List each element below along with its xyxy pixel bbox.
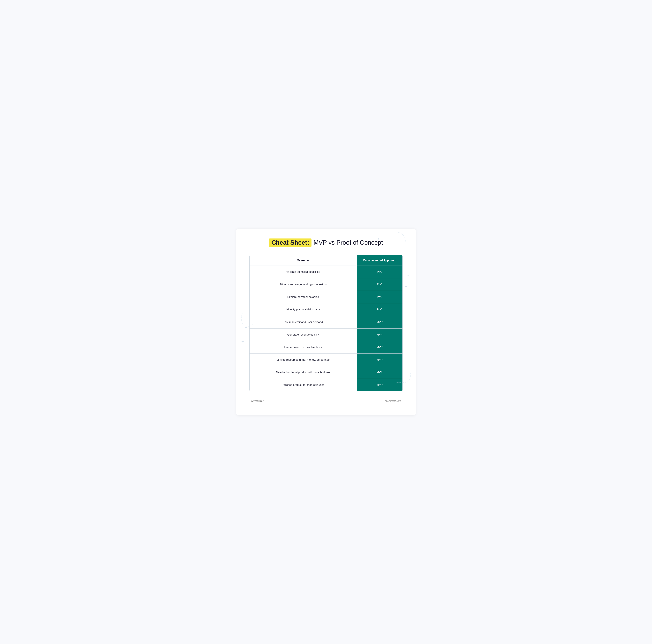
table-row: Iterate based on user feedback MVP <box>249 341 403 354</box>
scenario-cell: Identify potential risks early <box>249 303 357 316</box>
page-container: ✦ ✦ ✦ ✦ Cheat Sheet: MVP vs Proof of Con… <box>236 229 416 415</box>
table-row: Test market fit and user demand MVP <box>249 316 403 328</box>
approach-cell: PoC <box>357 278 403 291</box>
scenario-cell: Test market fit and user demand <box>249 316 357 328</box>
approach-cell: MVP <box>357 354 403 366</box>
footer: AnyforSoft anyforsoft.com <box>249 400 403 402</box>
scenario-cell: Attract seed stage funding or investors <box>249 278 357 291</box>
table-row: Validate technical feasibility PoC <box>249 265 403 278</box>
approach-cell: PoC <box>357 291 403 303</box>
approach-cell: MVP <box>357 341 403 354</box>
table-row: Identify potential risks early PoC <box>249 303 403 316</box>
footer-brand: AnyforSoft <box>251 400 265 402</box>
approach-cell: MVP <box>357 329 403 341</box>
deco-star-bot-right: ✦ <box>404 351 406 353</box>
page-title: Cheat Sheet: MVP vs Proof of Concept <box>269 238 383 247</box>
table-row: Generate revenue quickly MVP <box>249 328 403 341</box>
col-approach-header: Recommended Approach <box>357 255 403 265</box>
table-row: Polished product for market launch MVP <box>249 379 403 391</box>
deco-dot-left <box>245 327 247 328</box>
approach-cell: PoC <box>357 266 403 278</box>
title-highlight: Cheat Sheet: <box>269 238 311 247</box>
approach-cell: MVP <box>357 379 403 391</box>
scenario-cell: Generate revenue quickly <box>249 329 357 341</box>
footer-url: anyforsoft.com <box>385 400 401 402</box>
deco-dot-right <box>405 286 407 287</box>
approach-cell: MVP <box>357 366 403 379</box>
table-header-row: Scenario Recommended Approach <box>249 255 403 265</box>
scenario-cell: Iterate based on user feedback <box>249 341 357 354</box>
comparison-table: Scenario Recommended Approach Validate t… <box>249 255 403 391</box>
approach-cell: PoC <box>357 303 403 316</box>
header: Cheat Sheet: MVP vs Proof of Concept <box>249 238 403 247</box>
scenario-cell: Limited resources (time, money, personne… <box>249 354 357 366</box>
table-row: Attract seed stage funding or investors … <box>249 278 403 291</box>
title-rest: MVP vs Proof of Concept <box>314 239 383 246</box>
table-row: Need a functional product with core feat… <box>249 366 403 379</box>
table-row: Explore new technologies PoC <box>249 291 403 303</box>
scenario-cell: Explore new technologies <box>249 291 357 303</box>
scenario-cell: Need a functional product with core feat… <box>249 366 357 379</box>
scenario-cell: Polished product for market launch <box>249 379 357 391</box>
deco-star-mid-left: ✦ <box>241 340 244 344</box>
approach-cell: MVP <box>357 316 403 328</box>
deco-star-mid-right: ✦ <box>407 274 409 277</box>
scenario-cell: Validate technical feasibility <box>249 266 357 278</box>
col-scenario-header: Scenario <box>249 255 357 265</box>
table-row: Limited resources (time, money, personne… <box>249 354 403 366</box>
